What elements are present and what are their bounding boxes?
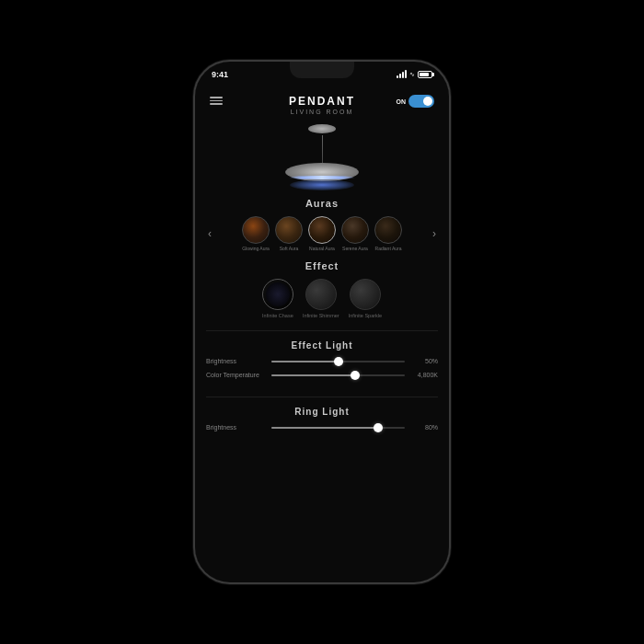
ring-light-title: Ring Light	[206, 407, 438, 417]
brightness-label: Brightness	[206, 358, 266, 364]
aura-item-soft[interactable]: Soft Aura	[275, 216, 303, 251]
ring-brightness-label: Brightness	[206, 424, 266, 431]
app-header: PENDANT LIVING ROOM ON	[195, 87, 449, 121]
color-temp-value: 4,800K	[410, 372, 438, 378]
aura-item-serene[interactable]: Serene Aura	[341, 216, 369, 251]
ring-brightness-row: Brightness 80%	[206, 424, 438, 431]
carousel-next[interactable]: ›	[431, 227, 438, 240]
aura-radiant-circle	[374, 216, 402, 244]
menu-button[interactable]	[210, 97, 223, 105]
aura-glowing-label: Glowing Aura	[242, 246, 270, 251]
aura-soft-circle	[275, 216, 303, 244]
effect-shimmer-circle	[305, 279, 337, 310]
aura-natural-circle	[308, 216, 336, 244]
battery-icon	[418, 71, 432, 78]
lamp-cord	[322, 135, 323, 163]
aura-soft-label: Soft Aura	[280, 246, 299, 251]
aura-items: Glowing Aura Soft Aura Natural Aura Sere…	[217, 216, 427, 251]
aura-natural-label: Natural Aura	[309, 246, 335, 251]
ring-brightness-thumb[interactable]	[374, 423, 383, 432]
lamp-visual	[195, 121, 449, 194]
power-toggle[interactable]: ON	[397, 95, 435, 108]
color-temp-slider[interactable]	[271, 374, 405, 376]
auras-title: Auras	[206, 198, 438, 209]
effect-item-shimmer[interactable]: Infinite Shimmer	[303, 279, 339, 319]
effect-sparkle-circle	[350, 279, 381, 310]
ring-light-section: Ring Light Brightness 80%	[195, 403, 449, 447]
brightness-row: Brightness 50%	[206, 358, 438, 364]
effect-section: Effect Infinite Chase Infinite Shimmer I…	[195, 257, 449, 325]
aura-radiant-label: Radiant Aura	[375, 246, 402, 251]
header-subtitle: LIVING ROOM	[291, 109, 354, 115]
effect-chase-label: Infinite Chase	[262, 313, 293, 319]
lamp-ceiling-mount	[308, 124, 336, 133]
effect-sparkle-label: Infinite Sparkle	[349, 313, 382, 319]
divider-2	[206, 397, 438, 397]
aura-item-natural[interactable]: Natural Aura	[308, 216, 336, 251]
brightness-thumb[interactable]	[334, 357, 343, 366]
toggle-track[interactable]	[408, 95, 434, 108]
toggle-label: ON	[397, 98, 407, 105]
effect-light-title: Effect Light	[206, 340, 438, 351]
brightness-slider[interactable]	[271, 361, 405, 362]
aura-carousel: ‹ Glowing Aura Soft Aura Natural Aura	[206, 216, 438, 251]
brightness-value: 50%	[410, 358, 438, 364]
status-time: 9:41	[212, 70, 228, 79]
color-temp-fill	[271, 374, 355, 376]
auras-section: Auras ‹ Glowing Aura Soft Aura Natural A…	[195, 194, 449, 257]
color-temp-label: Color Temperature	[206, 372, 266, 378]
aura-serene-circle	[341, 216, 369, 244]
effect-title: Effect	[206, 260, 438, 271]
carousel-prev[interactable]: ‹	[206, 227, 213, 240]
status-bar: 9:41 ∿	[195, 62, 449, 87]
effect-item-chase[interactable]: Infinite Chase	[262, 279, 293, 319]
toggle-thumb	[423, 97, 432, 106]
color-temp-row: Color Temperature 4,800K	[206, 372, 438, 378]
phone-frame: 9:41 ∿ PENDANT LIVING ROOM	[193, 60, 451, 584]
header-title: PENDANT	[289, 95, 355, 108]
aura-item-radiant[interactable]: Radiant Aura	[374, 216, 402, 251]
ring-brightness-value: 80%	[410, 424, 438, 431]
wifi-icon: ∿	[409, 71, 415, 78]
effect-chase-circle	[262, 279, 293, 310]
effect-light-section: Effect Light Brightness 50% Color Temper…	[195, 337, 449, 391]
color-temp-thumb[interactable]	[351, 371, 360, 380]
effect-items: Infinite Chase Infinite Shimmer Infinite…	[206, 279, 438, 319]
effect-item-sparkle[interactable]: Infinite Sparkle	[349, 279, 382, 319]
aura-serene-label: Serene Aura	[342, 246, 368, 251]
signal-icon	[397, 71, 407, 78]
pendant-glow	[290, 179, 354, 190]
pendant-body	[285, 163, 359, 181]
pendant-lamp	[285, 163, 359, 187]
ring-brightness-slider[interactable]	[271, 427, 405, 429]
status-icons: ∿	[397, 71, 432, 78]
divider-1	[206, 330, 438, 331]
ring-brightness-fill	[271, 427, 378, 429]
brightness-fill	[271, 361, 339, 362]
phone-screen: PENDANT LIVING ROOM ON Auras	[195, 87, 449, 582]
effect-shimmer-label: Infinite Shimmer	[303, 313, 339, 319]
aura-glowing-circle	[242, 216, 270, 244]
aura-item-glowing[interactable]: Glowing Aura	[242, 216, 270, 251]
